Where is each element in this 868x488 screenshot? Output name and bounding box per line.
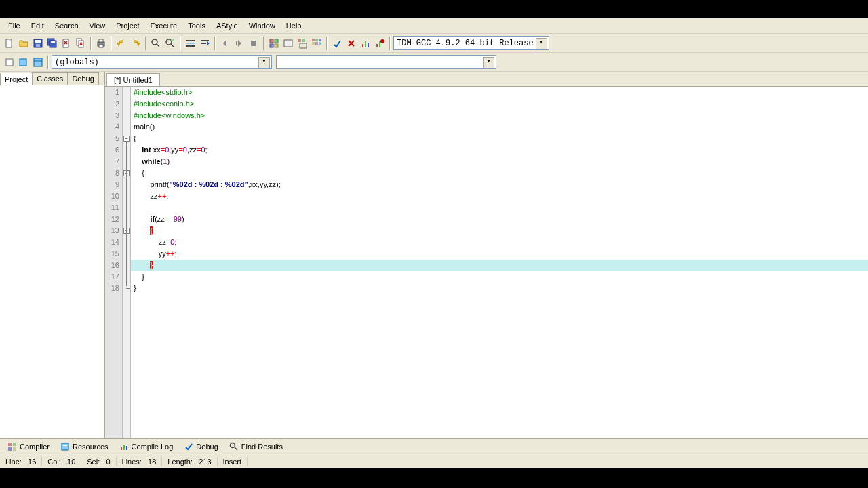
code-line[interactable]: int xx=0,yy=0,zz=0; xyxy=(131,144,868,156)
svg-rect-43 xyxy=(376,44,378,47)
code-line[interactable]: { xyxy=(131,167,868,179)
code-line[interactable]: #include<conio.h> xyxy=(131,98,868,110)
svg-rect-38 xyxy=(315,42,318,45)
svg-rect-28 xyxy=(275,44,278,47)
main-area: ProjectClassesDebug [*] Untitled1 123456… xyxy=(0,72,868,438)
menu-search[interactable]: Search xyxy=(50,20,84,32)
bottom-tab-find-results[interactable]: Find Results xyxy=(224,440,288,453)
new-class-button[interactable] xyxy=(3,56,16,69)
secondary-toolbar: (globals) xyxy=(0,53,868,72)
save-button[interactable] xyxy=(31,37,45,50)
code-line[interactable] xyxy=(131,202,868,214)
code-line[interactable]: while(1) xyxy=(131,156,868,167)
code-line[interactable]: main() xyxy=(131,121,868,133)
svg-rect-32 xyxy=(302,39,305,42)
menu-help[interactable]: Help xyxy=(281,20,307,32)
svg-rect-58 xyxy=(126,446,127,450)
menu-view[interactable]: View xyxy=(84,20,111,32)
code-line[interactable]: } xyxy=(131,283,868,294)
status-line: Line: 16 xyxy=(0,457,42,466)
code-body[interactable]: #include<stdio.h>#include<conio.h>#inclu… xyxy=(131,87,868,438)
side-tab-debug[interactable]: Debug xyxy=(67,72,98,85)
menu-file[interactable]: File xyxy=(3,20,26,32)
close-button[interactable] xyxy=(60,37,73,50)
code-line[interactable]: } xyxy=(131,271,868,283)
code-line[interactable]: zz=0; xyxy=(131,237,868,248)
menu-edit[interactable]: Edit xyxy=(26,20,50,32)
bottom-tab-resources[interactable]: Resources xyxy=(56,440,113,453)
svg-rect-55 xyxy=(63,445,67,446)
bottom-tabs: CompilerResourcesCompile LogDebugFind Re… xyxy=(0,438,868,455)
file-tabs: [*] Untitled1 xyxy=(105,72,868,87)
delete-profile-button[interactable] xyxy=(373,37,387,50)
profile-button[interactable] xyxy=(359,37,372,50)
compile-button[interactable] xyxy=(267,37,281,50)
compile-run-button[interactable] xyxy=(296,37,309,50)
code-line[interactable]: { xyxy=(131,133,868,144)
new-file-button[interactable] xyxy=(3,37,16,50)
code-line[interactable]: if(zz==99) xyxy=(131,214,868,225)
class-browser-button[interactable] xyxy=(31,56,45,69)
replace-button[interactable] xyxy=(163,37,177,50)
side-tab-project[interactable]: Project xyxy=(0,73,33,85)
svg-rect-40 xyxy=(362,44,363,47)
stop-button[interactable] xyxy=(344,37,358,50)
code-editor[interactable]: 123456789101112131415161718 −−− #include… xyxy=(105,87,868,438)
code-line[interactable]: #include<stdio.h> xyxy=(131,87,868,98)
svg-rect-27 xyxy=(270,44,273,47)
side-panel: ProjectClassesDebug xyxy=(0,72,105,438)
redo-button[interactable] xyxy=(129,37,142,50)
bottom-tab-compiler[interactable]: Compiler xyxy=(3,440,54,453)
line-gutter: 123456789101112131415161718 xyxy=(105,87,123,438)
svg-rect-26 xyxy=(275,39,278,43)
code-line[interactable]: zz++; xyxy=(131,190,868,202)
svg-rect-12 xyxy=(99,45,103,47)
run-button[interactable] xyxy=(281,37,295,50)
svg-point-45 xyxy=(380,39,384,43)
code-line[interactable]: } xyxy=(131,260,868,271)
toggle-bookmark-button[interactable] xyxy=(184,37,197,50)
svg-rect-48 xyxy=(34,58,42,66)
menu-tools[interactable]: Tools xyxy=(182,20,211,32)
nav-stop-button[interactable] xyxy=(247,37,260,50)
goto-bookmark-button[interactable] xyxy=(198,37,212,50)
function-select[interactable] xyxy=(276,55,496,69)
undo-button[interactable] xyxy=(115,37,128,50)
nav-back-button[interactable] xyxy=(218,37,232,50)
code-line[interactable]: printf("%02d : %02d : %02d",xx,yy,zz); xyxy=(131,179,868,190)
side-tab-classes[interactable]: Classes xyxy=(32,72,68,85)
svg-line-60 xyxy=(235,447,237,450)
code-line[interactable]: #include<windows.h> xyxy=(131,110,868,121)
print-button[interactable] xyxy=(94,37,108,50)
menu-execute[interactable]: Execute xyxy=(144,20,182,32)
bottom-tab-debug[interactable]: Debug xyxy=(179,440,222,453)
svg-rect-39 xyxy=(319,42,321,45)
side-panel-body xyxy=(0,85,104,438)
menu-window[interactable]: Window xyxy=(243,20,281,32)
find-button[interactable] xyxy=(149,37,163,50)
compiler-select[interactable]: TDM-GCC 4.9.2 64-bit Release xyxy=(393,36,549,50)
svg-rect-21 xyxy=(201,40,209,41)
svg-rect-3 xyxy=(36,44,40,47)
app-window: FileEditSearchViewProjectExecuteToolsASt… xyxy=(0,18,868,468)
open-file-button[interactable] xyxy=(17,37,31,50)
code-line[interactable]: yy++; xyxy=(131,248,868,260)
file-tab[interactable]: [*] Untitled1 xyxy=(106,73,160,86)
debug-button[interactable] xyxy=(330,37,344,50)
fold-toggle-icon[interactable]: − xyxy=(123,136,130,142)
menu-astyle[interactable]: AStyle xyxy=(211,20,243,32)
bottom-tab-compile-log[interactable]: Compile Log xyxy=(115,440,178,453)
save-all-button[interactable] xyxy=(45,37,59,50)
code-line[interactable]: { xyxy=(131,225,868,237)
scope-select[interactable]: (globals) xyxy=(52,55,272,69)
svg-line-16 xyxy=(171,44,174,47)
editor-area: [*] Untitled1 12345678910111213141516171… xyxy=(105,72,868,438)
menu-project[interactable]: Project xyxy=(111,20,144,32)
svg-rect-2 xyxy=(35,40,41,43)
close-all-button[interactable] xyxy=(74,37,87,50)
rebuild-button[interactable] xyxy=(310,37,323,50)
fold-column[interactable]: −−− xyxy=(123,87,131,438)
goto-class-button[interactable] xyxy=(17,56,31,69)
status-sel: Sel: 0 xyxy=(81,457,116,466)
nav-forward-button[interactable] xyxy=(233,37,246,50)
